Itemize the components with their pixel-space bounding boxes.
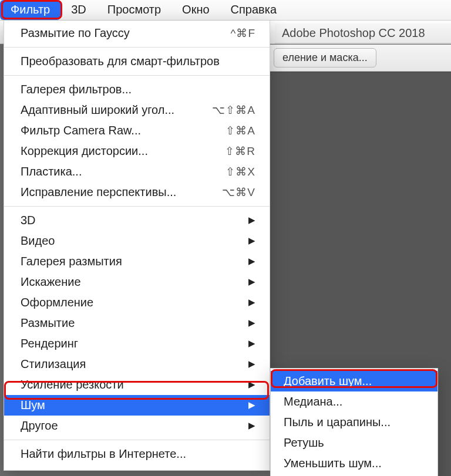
dd-convert-smart[interactable]: Преобразовать для смарт-фильтров [4, 51, 270, 72]
submenu-arrow-icon: ▶ [248, 358, 255, 370]
dd-label: Видео [21, 233, 55, 249]
dd-label: Рендеринг [21, 336, 78, 352]
dd-label: Коррекция дисторсии... [21, 143, 148, 159]
dd-label: Стилизация [21, 356, 86, 372]
dd-label: Преобразовать для смарт-фильтров [21, 53, 220, 69]
submenu-arrow-icon: ▶ [248, 276, 255, 288]
separator [4, 75, 270, 76]
submenu-arrow-icon: ▶ [248, 214, 255, 226]
submenu-arrow-icon: ▶ [248, 235, 255, 247]
dd-label: Оформление [21, 295, 93, 310]
dd-label: Галерея размытия [21, 254, 122, 269]
dd-label: Адаптивный широкий угол... [21, 102, 174, 118]
dd-adaptive-wide-angle[interactable]: Адаптивный широкий угол... ⌥⇧⌘A [4, 100, 270, 120]
dd-render[interactable]: Рендеринг ▶ [4, 333, 270, 354]
menubar: Фильтр 3D Просмотр Окно Справка [0, 0, 451, 21]
dd-noise[interactable]: Шум ▶ [4, 395, 270, 416]
submenu-arrow-icon: ▶ [248, 420, 255, 431]
sub-add-noise[interactable]: Добавить шум... [271, 371, 437, 391]
dd-distort[interactable]: Искажение ▶ [4, 272, 270, 292]
sub-median[interactable]: Медиана... [271, 391, 437, 412]
dd-label: Другое [21, 418, 58, 434]
dd-video[interactable]: Видео ▶ [4, 231, 270, 251]
dd-lens-correction[interactable]: Коррекция дисторсии... ⇧⌘R [4, 141, 270, 161]
menu-filter[interactable]: Фильтр [0, 0, 60, 20]
dd-label: 3D [21, 212, 36, 228]
menu-window[interactable]: Окно [171, 0, 220, 20]
dd-label: Размытие по Гауссу [21, 25, 130, 41]
dd-label: Фильтр Camera Raw... [21, 123, 141, 139]
dd-liquify[interactable]: Пластика... ⇧⌘X [4, 161, 270, 182]
submenu-arrow-icon: ▶ [248, 296, 255, 308]
dd-label: Размытие [21, 315, 75, 331]
menu-3d[interactable]: 3D [60, 0, 97, 20]
dd-shortcut: ⇧⌘X [226, 164, 255, 180]
dd-blur[interactable]: Размытие ▶ [4, 313, 270, 333]
menu-help[interactable]: Справка [220, 0, 287, 20]
dd-3d[interactable]: 3D ▶ [4, 210, 270, 231]
dd-filter-gallery[interactable]: Галерея фильтров... [4, 79, 270, 100]
select-and-mask-button[interactable]: еление и маска... [274, 48, 376, 67]
dd-shortcut: ⇧⌘A [226, 123, 255, 139]
dd-vanishing-point[interactable]: Исправление перспективы... ⌥⌘V [4, 182, 270, 202]
dd-label: Усиление резкости [21, 377, 124, 393]
submenu-arrow-icon: ▶ [248, 317, 255, 329]
dd-label: Галерея фильтров... [21, 82, 132, 97]
dd-shortcut: ^⌘F [230, 26, 255, 41]
separator [4, 47, 270, 48]
app-title: Adobe Photoshop CC 2018 [275, 23, 451, 43]
dd-label: Пластика... [21, 164, 82, 180]
menu-view[interactable]: Просмотр [97, 0, 171, 20]
noise-submenu: Добавить шум... Медиана... Пыль и царапи… [270, 368, 438, 476]
dd-sharpen[interactable]: Усиление резкости ▶ [4, 374, 270, 395]
submenu-arrow-icon: ▶ [248, 255, 255, 267]
separator [4, 206, 270, 207]
submenu-arrow-icon: ▶ [248, 337, 255, 349]
sub-dust-scratches[interactable]: Пыль и царапины... [271, 412, 437, 433]
dd-label: Искажение [21, 274, 81, 290]
dd-pixelate[interactable]: Оформление ▶ [4, 292, 270, 313]
dd-shortcut: ⇧⌘R [225, 144, 255, 159]
separator [4, 440, 270, 440]
dd-camera-raw[interactable]: Фильтр Camera Raw... ⇧⌘A [4, 120, 270, 141]
submenu-arrow-icon: ▶ [248, 399, 255, 411]
dd-label: Найти фильтры в Интернете... [21, 446, 186, 462]
sub-despeckle[interactable]: Ретушь [271, 433, 437, 453]
dd-shortcut: ⌥⌘V [222, 185, 255, 200]
options-bar: еление и маска... [270, 45, 451, 72]
submenu-arrow-icon: ▶ [248, 379, 255, 390]
dd-label: Шум [21, 397, 45, 413]
dd-other[interactable]: Другое ▶ [4, 416, 270, 436]
dd-shortcut: ⌥⇧⌘A [212, 103, 255, 118]
sub-reduce-noise[interactable]: Уменьшить шум... [271, 453, 437, 474]
dd-label: Исправление перспективы... [21, 184, 176, 200]
dd-gaussian-blur[interactable]: Размытие по Гауссу ^⌘F [4, 23, 270, 43]
dd-stylize[interactable]: Стилизация ▶ [4, 354, 270, 374]
dd-blur-gallery[interactable]: Галерея размытия ▶ [4, 251, 270, 272]
filter-dropdown: Размытие по Гауссу ^⌘F Преобразовать для… [4, 21, 270, 471]
dd-find-filters-online[interactable]: Найти фильтры в Интернете... [4, 444, 270, 464]
